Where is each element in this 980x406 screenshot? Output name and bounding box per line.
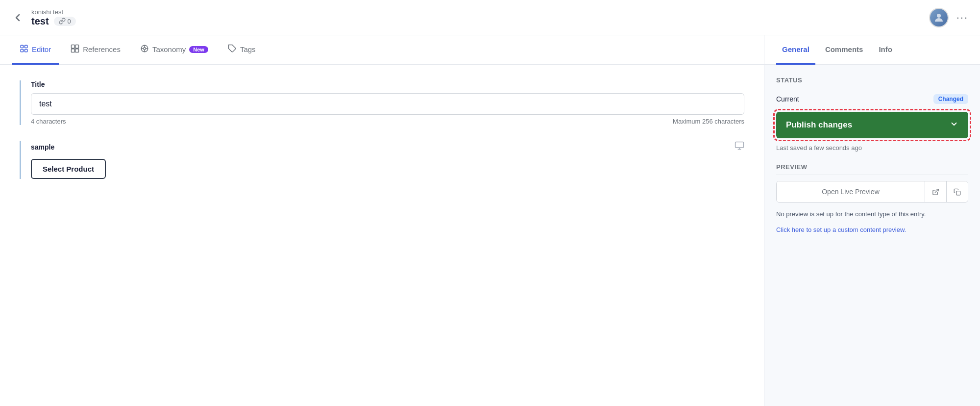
- svg-rect-7: [72, 49, 75, 52]
- references-icon: [71, 44, 79, 55]
- avatar[interactable]: [929, 8, 949, 27]
- publish-wrapper: Publish changes: [776, 112, 968, 138]
- setup-preview-link[interactable]: Click here to set up a custom content pr…: [776, 226, 906, 233]
- svg-rect-5: [72, 45, 75, 48]
- preview-section-heading: Preview: [776, 163, 968, 175]
- tab-comments-label: Comments: [825, 45, 863, 53]
- more-options-button[interactable]: ···: [956, 11, 968, 24]
- changed-badge: Changed: [933, 94, 968, 104]
- entry-name-row: test 0: [31, 16, 76, 27]
- svg-line-19: [935, 189, 938, 192]
- svg-rect-8: [75, 49, 79, 52]
- svg-rect-1: [21, 45, 23, 48]
- taxonomy-new-badge: New: [189, 46, 208, 53]
- select-product-button[interactable]: Select Product: [31, 159, 106, 179]
- entry-name: test: [31, 16, 49, 27]
- tab-references-label: References: [83, 45, 121, 53]
- status-section-heading: Status: [776, 76, 968, 88]
- svg-rect-16: [735, 142, 744, 148]
- link-badge[interactable]: 0: [54, 17, 76, 26]
- tab-general[interactable]: General: [776, 35, 815, 65]
- svg-point-0: [937, 14, 941, 18]
- svg-rect-20: [956, 191, 960, 195]
- current-label: Current: [776, 95, 799, 103]
- title-field-section: Title 4 characters Maximum 256 character…: [20, 80, 744, 125]
- header-titles: konishi test test 0: [31, 8, 76, 27]
- tab-info-label: Info: [879, 45, 892, 53]
- tab-comments[interactable]: Comments: [819, 35, 869, 65]
- publish-changes-button[interactable]: Publish changes: [776, 112, 968, 138]
- preview-note: No preview is set up for the content typ…: [776, 209, 968, 219]
- tab-general-label: General: [782, 45, 809, 53]
- left-tabs-bar: Editor References: [0, 35, 764, 65]
- last-saved-text: Last saved a few seconds ago: [776, 144, 968, 152]
- char-count-row: 4 characters Maximum 256 characters: [31, 118, 744, 125]
- open-live-preview-button[interactable]: Open Live Preview: [777, 181, 925, 202]
- publish-chevron-icon: [950, 120, 958, 130]
- svg-point-9: [144, 47, 146, 50]
- header-left: konishi test test 0: [12, 8, 76, 27]
- top-header: konishi test test 0 ···: [0, 0, 980, 35]
- char-count: 4 characters: [31, 118, 66, 125]
- back-button[interactable]: [12, 12, 24, 24]
- title-input[interactable]: [31, 93, 744, 115]
- tab-tags[interactable]: Tags: [220, 35, 264, 65]
- preview-section: Preview Open Live Preview: [776, 163, 968, 234]
- right-panel: General Comments Info Status Current Cha…: [764, 35, 980, 406]
- tab-taxonomy[interactable]: Taxonomy New: [132, 35, 216, 65]
- tab-tags-label: Tags: [240, 45, 256, 53]
- editor-icon: [20, 44, 28, 55]
- copy-link-button[interactable]: [946, 181, 968, 202]
- tab-editor-label: Editor: [32, 45, 51, 53]
- link-count: 0: [68, 18, 71, 25]
- right-content: Status Current Changed Publish changes: [764, 65, 980, 406]
- workspace-name: konishi test: [31, 8, 76, 16]
- svg-rect-6: [75, 45, 79, 48]
- tags-icon: [228, 44, 237, 55]
- taxonomy-icon: [140, 44, 149, 55]
- publish-btn-label: Publish changes: [786, 120, 852, 130]
- status-row: Current Changed: [776, 94, 968, 104]
- tab-references[interactable]: References: [63, 35, 128, 65]
- max-chars: Maximum 256 characters: [673, 118, 744, 125]
- sample-header: sample: [31, 141, 744, 153]
- tab-taxonomy-label: Taxonomy: [152, 45, 186, 53]
- comment-icon[interactable]: [735, 141, 744, 153]
- sample-field-section: sample Select Product: [20, 141, 744, 179]
- svg-rect-3: [21, 49, 23, 51]
- right-tabs-bar: General Comments Info: [764, 35, 980, 65]
- svg-rect-2: [25, 45, 27, 48]
- left-panel: Editor References: [0, 35, 764, 406]
- header-right: ···: [929, 8, 968, 27]
- tab-editor[interactable]: Editor: [12, 35, 59, 65]
- left-content: Title 4 characters Maximum 256 character…: [0, 65, 764, 406]
- title-field-label: Title: [31, 80, 744, 88]
- sample-field-label: sample: [31, 143, 54, 151]
- tab-info[interactable]: Info: [873, 35, 898, 65]
- main-layout: Editor References: [0, 35, 980, 406]
- external-link-button[interactable]: [925, 181, 946, 202]
- svg-rect-4: [25, 49, 27, 51]
- avatar-image: [930, 9, 948, 26]
- preview-btn-row: Open Live Preview: [776, 181, 968, 203]
